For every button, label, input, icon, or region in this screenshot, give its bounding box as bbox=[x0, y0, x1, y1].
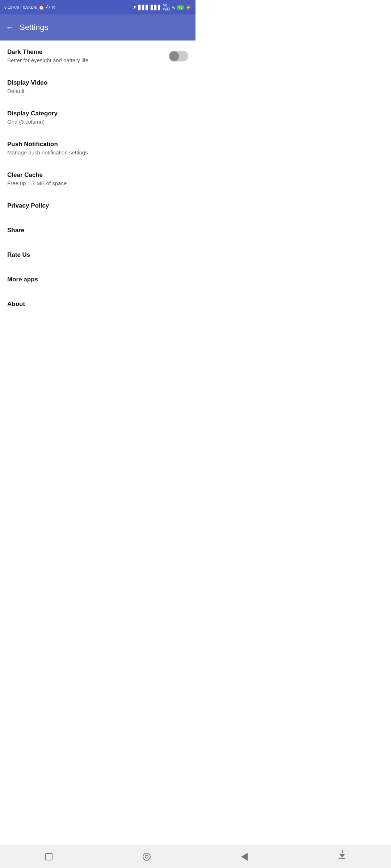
alarm-icon: ⏰ bbox=[38, 5, 44, 10]
battery-indicator: 45 bbox=[177, 5, 184, 10]
setting-item-rate-us[interactable]: Rate Us bbox=[0, 243, 196, 268]
setting-text-rate-us: Rate Us bbox=[7, 251, 188, 260]
status-speed: 0.9KB/s bbox=[23, 5, 37, 9]
setting-subtitle-display-category: Grid (3 column) bbox=[7, 119, 188, 125]
setting-title-share: Share bbox=[7, 227, 188, 234]
status-right: ✗ ▋▋▋ ▋▋▋ VoWiFi ∿ 45 ⚡ bbox=[133, 3, 191, 11]
setting-text-display-category: Display CategoryGrid (3 column) bbox=[7, 110, 188, 125]
setting-text-clear-cache: Clear CacheFree up 1.7 MB of space bbox=[7, 171, 188, 186]
setting-item-share[interactable]: Share bbox=[0, 219, 196, 243]
setting-text-more-apps: More apps bbox=[7, 276, 188, 285]
setting-item-clear-cache[interactable]: Clear CacheFree up 1.7 MB of space bbox=[0, 163, 196, 194]
setting-subtitle-display-video: Default bbox=[7, 88, 188, 94]
toggle-knob-dark-theme bbox=[169, 51, 179, 61]
setting-text-push-notification: Push NotificationManage push notificatio… bbox=[7, 141, 188, 156]
setting-title-dark-theme: Dark Theme bbox=[7, 48, 169, 56]
setting-subtitle-dark-theme: Better for eyesight and battery life bbox=[7, 57, 169, 63]
setting-item-dark-theme[interactable]: Dark ThemeBetter for eyesight and batter… bbox=[0, 41, 196, 71]
setting-title-push-notification: Push Notification bbox=[7, 141, 188, 148]
status-bar: 6:10 AM | 0.9KB/s ⏰ ⏱ ⊙ ✗ ▋▋▋ ▋▋▋ VoWiFi… bbox=[0, 0, 196, 14]
status-separator: | bbox=[20, 5, 21, 9]
page-title: Settings bbox=[20, 23, 49, 32]
charging-icon: ⚡ bbox=[185, 5, 191, 10]
signal2-icon: ▋▋▋ bbox=[151, 5, 161, 10]
setting-item-push-notification[interactable]: Push NotificationManage push notificatio… bbox=[0, 133, 196, 163]
vowifi-label: VoWiFi bbox=[163, 3, 170, 11]
setting-subtitle-push-notification: Manage push notification settings bbox=[7, 149, 188, 156]
app-bar: ← Settings bbox=[0, 14, 196, 41]
settings-content: Dark ThemeBetter for eyesight and batter… bbox=[0, 41, 196, 317]
status-time: 6:10 AM bbox=[4, 5, 19, 9]
setting-title-privacy-policy: Privacy Policy bbox=[7, 202, 188, 209]
setting-text-dark-theme: Dark ThemeBetter for eyesight and batter… bbox=[7, 48, 169, 63]
setting-item-display-category[interactable]: Display CategoryGrid (3 column) bbox=[0, 102, 196, 133]
setting-title-display-video: Display Video bbox=[7, 79, 188, 86]
setting-item-privacy-policy[interactable]: Privacy Policy bbox=[0, 194, 196, 219]
setting-subtitle-clear-cache: Free up 1.7 MB of space bbox=[7, 180, 188, 186]
setting-title-about: About bbox=[7, 301, 188, 308]
clock-icon: ⏱ bbox=[46, 5, 50, 10]
setting-text-display-video: Display VideoDefault bbox=[7, 79, 188, 94]
setting-item-more-apps[interactable]: More apps bbox=[0, 268, 196, 293]
setting-title-display-category: Display Category bbox=[7, 110, 188, 117]
setting-title-more-apps: More apps bbox=[7, 276, 188, 283]
status-left: 6:10 AM | 0.9KB/s ⏰ ⏱ ⊙ bbox=[4, 5, 56, 10]
setting-item-display-video[interactable]: Display VideoDefault bbox=[0, 71, 196, 102]
back-button[interactable]: ← bbox=[6, 23, 14, 32]
toggle-dark-theme[interactable] bbox=[169, 51, 188, 61]
setting-text-privacy-policy: Privacy Policy bbox=[7, 202, 188, 211]
setting-text-about: About bbox=[7, 301, 188, 309]
setting-item-about[interactable]: About bbox=[0, 293, 196, 317]
bluetooth-icon: ✗ bbox=[133, 5, 137, 10]
wifi-icon: ∿ bbox=[172, 5, 176, 10]
setting-text-share: Share bbox=[7, 227, 188, 235]
sync-icon: ⊙ bbox=[52, 5, 56, 10]
signal-icon: ▋▋▋ bbox=[138, 5, 149, 10]
setting-title-clear-cache: Clear Cache bbox=[7, 171, 188, 179]
setting-title-rate-us: Rate Us bbox=[7, 251, 188, 259]
